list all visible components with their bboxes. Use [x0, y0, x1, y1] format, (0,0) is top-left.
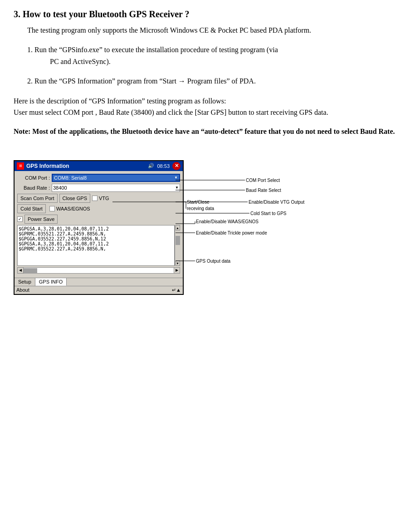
vtg-label: VTG — [99, 196, 109, 201]
bottom-arrow-icon: ↵▲ — [172, 287, 181, 293]
annotation-gps-output: GPS Output data — [196, 259, 231, 264]
vtg-checkbox-label: VTG — [92, 196, 109, 201]
baud-rate-label: Baud Rate : — [17, 185, 50, 191]
bottom-bar: About ↵▲ — [15, 286, 183, 294]
waas-checkbox-label: WAAS/EGNOS — [49, 206, 90, 211]
title-bar: ⊞ GPS Information 🔊 08:53 ✕ — [15, 161, 183, 171]
scan-com-port-button[interactable]: Scan Com Port — [17, 194, 58, 203]
button-row-1: Scan Com Port Close GPS VTG — [17, 194, 180, 203]
annotation-trickle: Enable/Disable Trickle power mode — [196, 230, 267, 235]
com-port-label: COM Port : — [17, 175, 50, 181]
output-line-5: $GPRMC,035522.227,A,2459.8856,N, — [19, 246, 173, 251]
output-line-2: $GPRMC,035521.227,A,2459.8856,N, — [19, 231, 173, 236]
step1: 1. Run the “GPSinfo.exe” to execute the … — [27, 44, 406, 67]
output-line-4: $GPGSA,A,3,28,01,20,04,08,07,11,2 — [19, 241, 173, 246]
baud-rate-value: 38400 — [53, 185, 67, 191]
horizontal-scroll-row: ◀ ▶ — [17, 267, 180, 274]
step2: 2. Run the “GPS Information” program fro… — [27, 75, 406, 87]
vertical-scrollbar[interactable]: ▲ ▼ — [175, 225, 180, 266]
button-row-3: Power Save — [17, 215, 180, 224]
vtg-checkbox[interactable] — [92, 196, 98, 201]
cold-start-button[interactable]: Cold Start — [17, 204, 46, 213]
annotation-cold-start: Cold Start to GPS — [250, 211, 287, 216]
windows-logo-icon: ⊞ — [17, 162, 24, 170]
page-heading: 3. How to test your Bluetooth GPS Receiv… — [14, 9, 406, 20]
tab-setup[interactable]: Setup — [15, 278, 35, 286]
com-port-select[interactable]: COM8: Serial8 ▼ — [52, 174, 180, 182]
tab-bar: Setup GPS INFO — [15, 278, 183, 286]
tab-gps-info[interactable]: GPS INFO — [35, 278, 67, 286]
close-gps-button[interactable]: Close GPS — [59, 194, 90, 203]
scroll-thumb-h[interactable] — [24, 268, 37, 274]
annotation-receiving: receving data — [187, 206, 214, 211]
scroll-down-button[interactable]: ▼ — [176, 260, 180, 266]
intro-text: The testing program only supports the Mi… — [27, 25, 406, 36]
power-save-checkbox[interactable] — [17, 216, 23, 222]
annotation-start-close: Start/Close — [187, 200, 210, 205]
scroll-left-button[interactable]: ◀ — [17, 267, 24, 274]
waas-label: WAAS/EGNOS — [56, 206, 90, 211]
scroll-right-button[interactable]: ▶ — [174, 267, 180, 274]
about-label[interactable]: About — [16, 287, 29, 293]
time-display: 08:53 — [157, 163, 170, 169]
scroll-thumb-v[interactable] — [176, 236, 180, 245]
horizontal-scroll-track — [24, 267, 174, 274]
close-button[interactable]: ✕ — [172, 162, 181, 170]
window-title: GPS Information — [26, 163, 69, 169]
com-port-dropdown-arrow[interactable]: ▼ — [174, 176, 178, 180]
power-save-button[interactable]: Power Save — [24, 215, 58, 224]
baud-rate-row: Baud Rate : 38400 ▼ — [17, 184, 180, 192]
gps-window: ⊞ GPS Information 🔊 08:53 ✕ COM Port : C… — [14, 160, 184, 295]
baud-rate-dropdown-arrow[interactable]: ▼ — [175, 186, 179, 190]
description1: Here is the description of “GPS Informat… — [14, 95, 406, 118]
com-port-value: COM8: Serial8 — [54, 175, 87, 181]
output-line-1: $GPGSA,A,3,28,01,20,04,08,07,11,2 — [19, 226, 173, 231]
gps-output-area: $GPGSA,A,3,28,01,20,04,08,07,11,2 $GPRMC… — [17, 225, 175, 266]
annotation-vtg: Enable/Disable VTG Output — [249, 200, 305, 205]
annotation-waas: Enable/Disable WAAS/EGNOS — [196, 219, 259, 224]
output-container: $GPGSA,A,3,28,01,20,04,08,07,11,2 $GPRMC… — [17, 225, 180, 266]
annotation-com-port: COM Port Select — [246, 178, 280, 183]
baud-rate-select[interactable]: 38400 ▼ — [52, 184, 180, 192]
waas-checkbox[interactable] — [49, 206, 55, 211]
com-port-row: COM Port : COM8: Serial8 ▼ — [17, 174, 180, 182]
note-text: Note: Most of the applications, the Blue… — [14, 126, 406, 137]
button-row-2: Cold Start WAAS/EGNOS — [17, 204, 180, 213]
output-line-3: $GPGGA,035522.227,2459.8856,N,12 — [19, 236, 173, 241]
annotation-baud-rate: Baud Rate Select — [246, 188, 281, 193]
scroll-up-button[interactable]: ▲ — [176, 225, 180, 230]
speaker-icon: 🔊 — [148, 163, 154, 169]
